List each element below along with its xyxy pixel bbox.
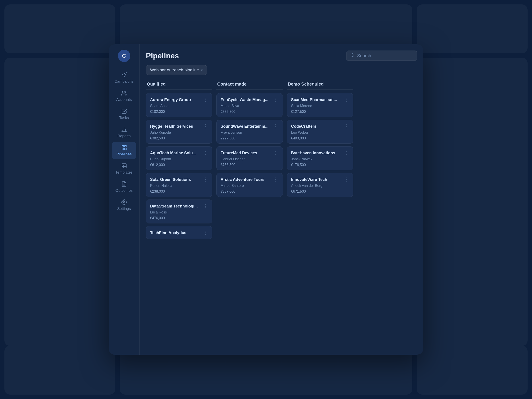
search-input[interactable] xyxy=(357,53,413,58)
deal-amount: €671,500 xyxy=(291,190,349,194)
deal-card-header: Aurora Energy Group ⋮ xyxy=(150,97,208,103)
deal-contact: Luca Rossi xyxy=(150,210,208,214)
pipeline-selector: Webinar outreach pipeline ▾ xyxy=(146,65,417,75)
deal-card-header: Arctic Adventure Tours ⋮ xyxy=(221,177,279,183)
sidebar-item-templates[interactable]: Templates xyxy=(112,160,136,177)
more-options-icon[interactable]: ⋮ xyxy=(273,150,279,156)
svg-point-15 xyxy=(123,202,125,203)
deal-contact: Hugo Dupont xyxy=(150,157,208,161)
svg-line-17 xyxy=(354,56,355,57)
sidebar-item-pipelines[interactable]: Pipelines xyxy=(112,142,136,159)
more-options-icon[interactable]: ⋮ xyxy=(343,177,349,183)
kanban-column-qualified: Qualified Aurora Energy Group ⋮ Saara Aa… xyxy=(146,80,212,350)
deal-name: SoundWave Entertainm... xyxy=(221,124,271,129)
deal-name: InnovateWare Tech xyxy=(291,177,342,182)
sidebar-item-outcomes[interactable]: Outcomes xyxy=(112,178,136,196)
sidebar-item-label: Tasks xyxy=(119,116,129,120)
more-options-icon[interactable]: ⋮ xyxy=(343,150,349,156)
svg-rect-7 xyxy=(125,148,126,150)
deal-card-header: ByteHaven Innovations ⋮ xyxy=(291,151,349,156)
deal-amount: €382,500 xyxy=(150,136,208,140)
deal-card[interactable]: ScanMed Pharmaceuti... ⋮ Sofia Moreno €1… xyxy=(287,93,353,117)
deal-card-header: ScanMed Pharmaceuti... ⋮ xyxy=(291,97,349,103)
search-bar xyxy=(346,51,417,61)
users-icon xyxy=(121,90,127,96)
sidebar-item-campaigns[interactable]: Campaigns xyxy=(112,69,136,86)
deal-contact: Anouk van der Berg xyxy=(291,184,349,188)
sidebar-item-label: Pipelines xyxy=(116,152,132,157)
deal-contact: Janek Nowak xyxy=(291,157,349,161)
deal-name: Hygge Health Services xyxy=(150,124,201,129)
sidebar-item-label: Templates xyxy=(115,170,133,175)
kanban-column-contact-made: Contact made EcoCycle Waste Manag... ⋮ M… xyxy=(216,80,283,350)
deal-card[interactable]: FutureMed Devices ⋮ Gabriel Fischer €756… xyxy=(216,146,283,170)
deal-name: TechFinn Analytics xyxy=(150,230,201,235)
deal-name: AquaTech Marine Solu... xyxy=(150,151,201,156)
deal-card[interactable]: AquaTech Marine Solu... ⋮ Hugo Dupont €6… xyxy=(146,146,212,170)
deal-card[interactable]: Aurora Energy Group ⋮ Saara Aalto €102,0… xyxy=(146,93,212,117)
deal-card[interactable]: CodeCrafters ⋮ Leo Weber €493,000 xyxy=(287,120,353,144)
deal-card[interactable]: EcoCycle Waste Manag... ⋮ Mateo Silva €5… xyxy=(216,93,283,117)
deal-amount: €493,000 xyxy=(291,136,349,140)
more-options-icon[interactable]: ⋮ xyxy=(343,97,349,103)
more-options-icon[interactable]: ⋮ xyxy=(273,97,279,103)
table-icon xyxy=(121,163,127,169)
column-title: Contact made xyxy=(216,80,283,89)
pipeline-dropdown[interactable]: Webinar outreach pipeline ▾ xyxy=(146,65,207,75)
more-options-icon[interactable]: ⋮ xyxy=(202,230,208,236)
deal-card[interactable]: SoundWave Entertainm... ⋮ Freya Jensen €… xyxy=(216,120,283,144)
sidebar-item-settings[interactable]: Settings xyxy=(112,196,136,214)
deal-card-header: Hygge Health Services ⋮ xyxy=(150,124,208,129)
deal-contact: Saara Aalto xyxy=(150,104,208,108)
sidebar-item-tasks[interactable]: Tasks xyxy=(112,106,136,123)
sidebar-item-accounts[interactable]: Accounts xyxy=(112,87,136,105)
sidebar-item-label: Outcomes xyxy=(115,188,133,193)
more-options-icon[interactable]: ⋮ xyxy=(202,203,208,209)
pipeline-label: Webinar outreach pipeline xyxy=(150,68,199,72)
svg-rect-5 xyxy=(122,146,124,147)
deal-card[interactable]: InnovateWare Tech ⋮ Anouk van der Berg €… xyxy=(287,173,353,197)
grid-icon xyxy=(121,145,127,151)
sidebar-item-reports[interactable]: Reports xyxy=(112,124,136,141)
more-options-icon[interactable]: ⋮ xyxy=(202,177,208,183)
logo-avatar: C xyxy=(118,50,130,62)
deal-card-header: CodeCrafters ⋮ xyxy=(291,124,349,129)
more-options-icon[interactable]: ⋮ xyxy=(202,150,208,156)
deal-card-header: InnovateWare Tech ⋮ xyxy=(291,177,349,183)
deal-card-header: EcoCycle Waste Manag... ⋮ xyxy=(221,97,279,103)
deal-card[interactable]: Arctic Adventure Tours ⋮ Marco Santoro €… xyxy=(216,173,283,197)
sidebar-item-label: Settings xyxy=(117,207,131,211)
column-title: Demo Scheduled xyxy=(287,80,353,89)
deal-contact: Marco Santoro xyxy=(221,184,279,188)
deal-card[interactable]: ByteHaven Innovations ⋮ Janek Nowak €178… xyxy=(287,146,353,170)
deal-amount: €552,500 xyxy=(221,110,279,114)
deal-card[interactable]: Hygge Health Services ⋮ Juho Korpela €38… xyxy=(146,120,212,144)
deal-amount: €102,000 xyxy=(150,110,208,114)
megaphone-icon xyxy=(121,72,127,78)
deal-name: DataStream Technologi... xyxy=(150,204,201,209)
deal-name: CodeCrafters xyxy=(291,124,342,129)
deal-card[interactable]: DataStream Technologi... ⋮ Luca Rossi €4… xyxy=(146,200,212,223)
deal-card-header: SolarGreen Solutions ⋮ xyxy=(150,177,208,183)
deal-name: EcoCycle Waste Manag... xyxy=(221,97,271,102)
deal-name: Aurora Energy Group xyxy=(150,97,201,102)
sidebar-item-label: Reports xyxy=(117,134,131,138)
deal-amount: €127,500 xyxy=(291,110,349,114)
deal-contact: Sofia Moreno xyxy=(291,104,349,108)
more-options-icon[interactable]: ⋮ xyxy=(202,123,208,129)
more-options-icon[interactable]: ⋮ xyxy=(202,97,208,103)
kanban-column-demo-scheduled: Demo Scheduled ScanMed Pharmaceuti... ⋮ … xyxy=(287,80,353,350)
sidebar: C Campaigns Accounts Tasks Reports Pipel… xyxy=(109,44,140,355)
deal-card[interactable]: SolarGreen Solutions ⋮ Petteri Hakala €2… xyxy=(146,173,212,197)
deal-contact: Freya Jensen xyxy=(221,131,279,134)
deal-amount: €178,500 xyxy=(291,163,349,167)
deal-amount: €297,500 xyxy=(221,136,279,140)
more-options-icon[interactable]: ⋮ xyxy=(273,123,279,129)
more-options-icon[interactable]: ⋮ xyxy=(273,177,279,183)
svg-rect-6 xyxy=(125,146,126,147)
bar-chart-icon xyxy=(121,126,127,133)
deal-card[interactable]: TechFinn Analytics ⋮ xyxy=(146,226,212,239)
deal-card-header: SoundWave Entertainm... ⋮ xyxy=(221,124,279,129)
deal-amount: €612,000 xyxy=(150,163,208,167)
more-options-icon[interactable]: ⋮ xyxy=(343,123,349,129)
